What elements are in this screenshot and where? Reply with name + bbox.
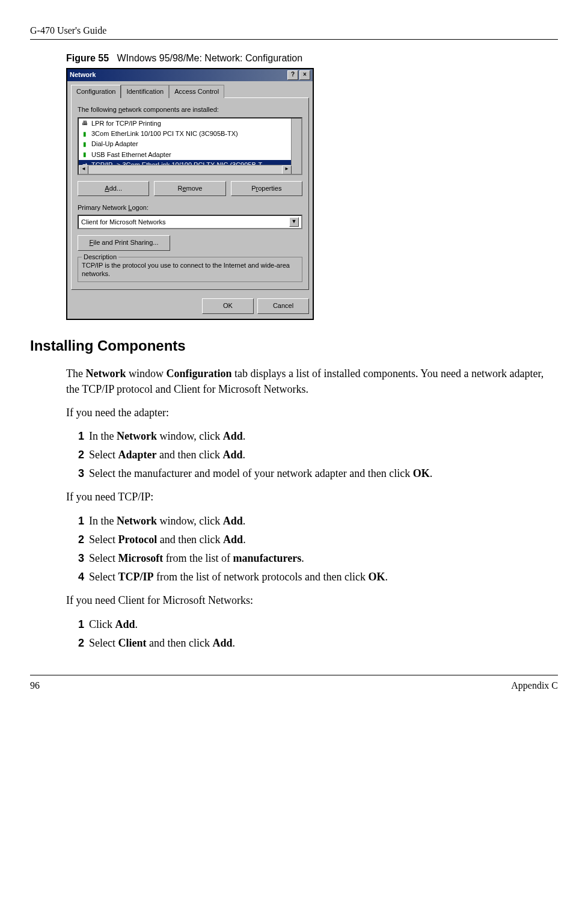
adapter-icon: ▮ (81, 150, 89, 159)
properties-button[interactable]: Properties (231, 181, 302, 196)
figure-text: WIndows 95/98/Me: Network: Configuration (117, 53, 302, 63)
intro-paragraph: The Network window Configuration tab dis… (66, 366, 558, 396)
step-item: 1In the Network window, click Add. (78, 514, 558, 529)
tcpip-steps: 1In the Network window, click Add. 2Sele… (78, 514, 558, 585)
step-item: 1Click Add. (78, 617, 558, 632)
adapter-steps: 1In the Network window, click Add. 2Sele… (78, 429, 558, 482)
figure-caption: Figure 55 WIndows 95/98/Me: Network: Con… (66, 52, 558, 65)
dropdown-value: Client for Microsoft Networks (81, 218, 166, 227)
chevron-down-icon: ▼ (289, 217, 299, 227)
scroll-right-icon[interactable]: ► (282, 165, 292, 175)
ok-button[interactable]: OK (202, 298, 254, 313)
page-number: 96 (30, 679, 40, 692)
add-button[interactable]: Add... (78, 181, 149, 196)
need-adapter-text: If you need the adapter: (66, 405, 558, 420)
step-item: 2Select Client and then click Add. (78, 636, 558, 651)
close-button[interactable]: × (299, 70, 310, 80)
titlebar-buttons: ? × (287, 70, 310, 80)
cancel-button[interactable]: Cancel (257, 298, 309, 313)
button-row: Add... Remove Properties (78, 181, 302, 196)
help-button[interactable]: ? (287, 70, 298, 80)
step-item: 3Select Microsoft from the list of manuf… (78, 551, 558, 566)
need-client-text: If you need Client for Microsoft Network… (66, 593, 558, 608)
list-item[interactable]: ▮ 3Com EtherLink 10/100 PCI TX NIC (3C90… (79, 129, 301, 139)
logon-dropdown[interactable]: Client for Microsoft Networks ▼ (78, 215, 302, 229)
step-item: 2Select Protocol and then click Add. (78, 532, 558, 547)
description-fieldset: Description TCP/IP is the protocol you u… (78, 257, 302, 283)
components-label: The following network components are ins… (78, 105, 302, 114)
page-footer: 96 Appendix C (30, 675, 558, 692)
remove-button[interactable]: Remove (154, 181, 225, 196)
need-tcpip-text: If you need TCP/IP: (66, 490, 558, 505)
printer-icon: 🖶 (81, 119, 89, 128)
file-sharing-button[interactable]: File and Print Sharing... (78, 235, 170, 250)
step-item: 2Select Adapter and then click Add. (78, 447, 558, 463)
step-item: 1In the Network window, click Add. (78, 429, 558, 444)
components-listbox[interactable]: 🖶 LPR for TCP/IP Printing ▮ 3Com EtherLi… (78, 117, 302, 175)
step-item: 4Select TCP/IP from the list of network … (78, 570, 558, 585)
window-body: Configuration Identification Access Cont… (67, 81, 313, 294)
adapter-icon: ▮ (81, 130, 89, 138)
section-heading: Installing Components (30, 336, 558, 356)
page-header: G-470 User's Guide (30, 24, 558, 40)
description-text: TCP/IP is the protocol you use to connec… (82, 261, 298, 278)
scrollbar-vertical[interactable] (291, 118, 301, 174)
tabs: Configuration Identification Access Cont… (71, 85, 309, 98)
tab-access-control[interactable]: Access Control (169, 85, 224, 98)
window-footer: OK Cancel (67, 294, 313, 318)
scrollbar-horizontal[interactable]: ◄ ► (79, 165, 292, 174)
logon-label: Primary Network Logon: (78, 203, 302, 212)
appendix-label: Appendix C (511, 679, 558, 692)
titlebar: Network ? × (67, 69, 313, 81)
window-title: Network (70, 70, 96, 79)
list-item-text: 3Com EtherLink 10/100 PCI TX NIC (3C905B… (91, 129, 238, 138)
adapter-icon: ▮ (81, 140, 89, 149)
list-item[interactable]: 🖶 LPR for TCP/IP Printing (79, 118, 301, 129)
header-title: G-470 User's Guide (30, 25, 106, 35)
tab-panel: The following network components are ins… (71, 97, 309, 290)
description-legend: Description (82, 253, 118, 262)
tab-identification[interactable]: Identification (121, 85, 169, 98)
list-item[interactable]: ▮ Dial-Up Adapter (79, 139, 301, 149)
network-window: Network ? × Configuration Identification… (66, 68, 314, 320)
figure-label: Figure 55 (66, 53, 109, 63)
list-item[interactable]: ▮ USB Fast Ethernet Adapter (79, 150, 301, 160)
list-item-text: USB Fast Ethernet Adapter (91, 150, 171, 159)
client-steps: 1Click Add. 2Select Client and then clic… (78, 617, 558, 651)
step-item: 3Select the manufacturer and model of yo… (78, 466, 558, 481)
scroll-left-icon[interactable]: ◄ (79, 165, 88, 175)
tab-configuration[interactable]: Configuration (71, 85, 121, 98)
list-item-text: LPR for TCP/IP Printing (91, 119, 161, 128)
list-item-text: Dial-Up Adapter (91, 140, 138, 149)
